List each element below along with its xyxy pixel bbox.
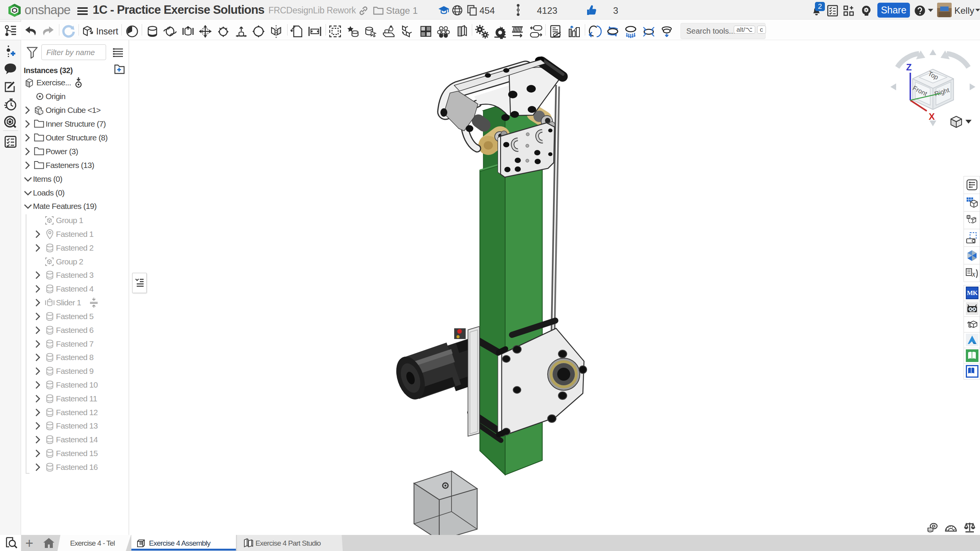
- svg-text:x: x: [972, 270, 975, 278]
- svg-text:Z: Z: [906, 62, 912, 72]
- svg-text:X: X: [929, 111, 935, 122]
